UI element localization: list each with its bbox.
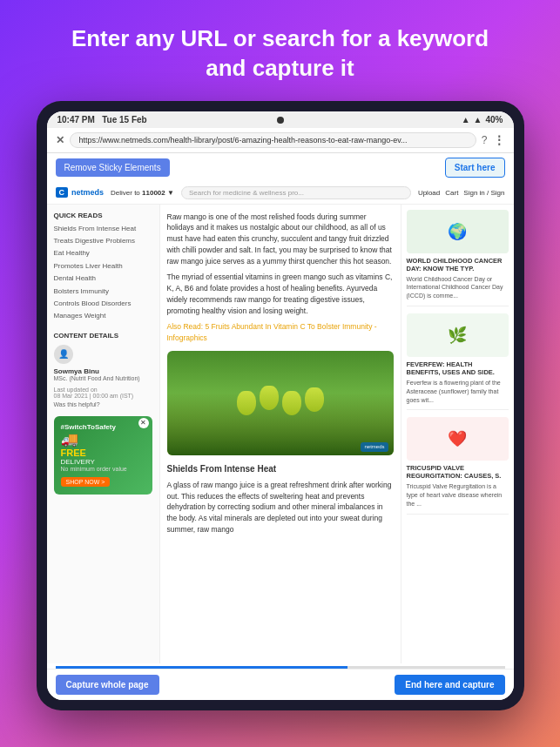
right-article-title-2[interactable]: FEVERFEW: HEALTH BENEFITS, USES AND SIDE… <box>407 360 509 376</box>
ad-shop-button[interactable]: SHOP NOW > <box>61 477 111 487</box>
quick-reads-title: QUICK READS <box>54 212 152 219</box>
url-input[interactable]: https://www.netmeds.com/health-library/p… <box>70 132 476 148</box>
shields-title: Shields From Intense Heat <box>167 462 394 475</box>
sidebar-item-digestive[interactable]: Treats Digestive Problems <box>54 237 152 246</box>
site-search-input[interactable]: Search for medicine & wellness pro... <box>181 186 411 199</box>
ad-free-text: FREE <box>61 448 145 458</box>
author-title: MSc. (Nutrit Food And Nutrition) <box>54 375 152 381</box>
article-content: Raw mango is one of the most relished fo… <box>160 205 401 663</box>
ad-banner: ✕ #SwitchToSafety 🚚 FREE DELIVERY No min… <box>54 416 152 495</box>
url-bar: ✕ https://www.netmeds.com/health-library… <box>47 128 514 153</box>
device-screen: 10:47 PM Tue 15 Feb ▲ ▲ 40% ✕ https://ww… <box>47 111 514 700</box>
mango-fruit-1 <box>237 391 256 415</box>
site-header: C netmeds Deliver to 110002 ▼ Search for… <box>47 182 514 205</box>
logo-icon: C <box>56 187 69 198</box>
extension-toolbar: Remove Sticky Elements Start here <box>47 153 514 182</box>
right-article-img-2: 🌿 <box>407 313 509 357</box>
sidebar-item-dental[interactable]: Dental Health <box>54 274 152 283</box>
article-intro: Raw mango is one of the most relished fo… <box>167 212 394 344</box>
bottom-toolbar: Capture whole page End here and capture <box>47 669 514 700</box>
status-time: 10:47 PM Tue 15 Feb <box>57 115 147 124</box>
right-article-text-1: World Childhood Cancer Day or Internatio… <box>407 275 509 300</box>
right-article-title-1[interactable]: WORLD CHILDHOOD CANCER DAY: KNOW THE TYP… <box>407 257 509 273</box>
sidebar-item-shields[interactable]: Shields From Intense Heat <box>54 225 152 233</box>
right-sidebar: 🌍 WORLD CHILDHOOD CANCER DAY: KNOW THE T… <box>401 205 514 663</box>
wifi-icon: ▲ <box>462 115 470 124</box>
headline: Enter any URL or search for a keyword an… <box>37 24 523 84</box>
sidebar-item-immunity[interactable]: Bolsters Immunity <box>54 287 152 296</box>
helpful-label[interactable]: Was this helpful? <box>54 401 152 407</box>
ad-subtitle: No minimum order value <box>61 466 145 472</box>
start-here-button[interactable]: Start here <box>445 158 505 178</box>
site-logo: C netmeds <box>56 187 105 198</box>
device-frame: 10:47 PM Tue 15 Feb ▲ ▲ 40% ✕ https://ww… <box>37 101 524 710</box>
article-link[interactable]: Also Read: 5 Fruits Abundant In Vitamin … <box>167 322 377 342</box>
mango-fruits <box>237 391 324 415</box>
remove-sticky-button[interactable]: Remove Sticky Elements <box>56 158 170 177</box>
sidebar-item-weight[interactable]: Manages Weight <box>54 312 152 320</box>
sign-in-button[interactable]: Sign in / Sign <box>463 189 504 197</box>
right-article-2: 🌿 FEVERFEW: HEALTH BENEFITS, USES AND SI… <box>407 313 509 410</box>
menu-dots-icon[interactable]: ⋮ <box>493 133 505 147</box>
mango-fruit-2 <box>260 386 279 410</box>
ad-hashtag: #SwitchToSafety <box>61 423 145 431</box>
mango-fruit-4 <box>305 387 324 412</box>
capture-whole-page-button[interactable]: Capture whole page <box>56 675 159 695</box>
signal-icon: ▲ <box>474 115 482 124</box>
delivery-icon: 🚚 <box>61 431 145 448</box>
content-details-title: CONTENT DETAILS <box>54 332 152 340</box>
cart-button[interactable]: Cart <box>445 189 458 197</box>
right-article-1: 🌍 WORLD CHILDHOOD CANCER DAY: KNOW THE T… <box>407 210 509 306</box>
main-content: QUICK READS Shields From Intense Heat Tr… <box>47 205 514 663</box>
device-notch <box>277 117 284 124</box>
sidebar-item-blood[interactable]: Controls Blood Disorders <box>54 299 152 308</box>
mango-image: netmeds <box>167 351 394 455</box>
sidebar-item-liver[interactable]: Promotes Liver Health <box>54 262 152 271</box>
mango-fruit-3 <box>282 391 301 415</box>
logo-text: netmeds <box>71 188 104 197</box>
right-article-title-3[interactable]: TRICUSPID VALVE REGURGITATION: CAUSES, S… <box>407 464 509 480</box>
close-tab-button[interactable]: ✕ <box>56 134 64 146</box>
help-icon[interactable]: ? <box>482 134 488 146</box>
shields-text: A glass of raw mango juice is a great re… <box>167 480 394 535</box>
author-avatar: 👤 <box>54 345 73 364</box>
header-actions: Upload Cart Sign in / Sign <box>418 189 505 197</box>
end-here-capture-button[interactable]: End here and capture <box>395 675 504 695</box>
content-details: CONTENT DETAILS 👤 Sowmya Binu MSc. (Nutr… <box>54 332 152 407</box>
last-updated: Last updated on 08 Mar 2021 | 00:00 am (… <box>54 387 152 399</box>
battery-indicator: 40% <box>485 115 503 124</box>
upload-button[interactable]: Upload <box>418 189 440 197</box>
left-sidebar: QUICK READS Shields From Intense Heat Tr… <box>47 205 160 663</box>
ad-close-button[interactable]: ✕ <box>138 418 149 428</box>
right-article-text-2: Feverfew is a flowering plant of the Ast… <box>407 379 509 404</box>
deliver-area[interactable]: Deliver to 110002 ▼ <box>111 189 174 197</box>
status-right: ▲ ▲ 40% <box>462 115 503 124</box>
ad-delivery-text: DELIVERY <box>61 458 145 466</box>
right-article-text-3: Tricuspid Valve Regurgitation is a type … <box>407 482 509 508</box>
right-article-3: ❤️ TRICUSPID VALVE REGURGITATION: CAUSES… <box>407 417 509 514</box>
sidebar-item-healthy[interactable]: Eat Healthy <box>54 249 152 258</box>
right-article-img-3: ❤️ <box>407 417 509 461</box>
author-name: Sowmya Binu <box>54 367 152 375</box>
article-image-logo: netmeds <box>361 442 388 452</box>
right-article-img-1: 🌍 <box>407 210 509 253</box>
